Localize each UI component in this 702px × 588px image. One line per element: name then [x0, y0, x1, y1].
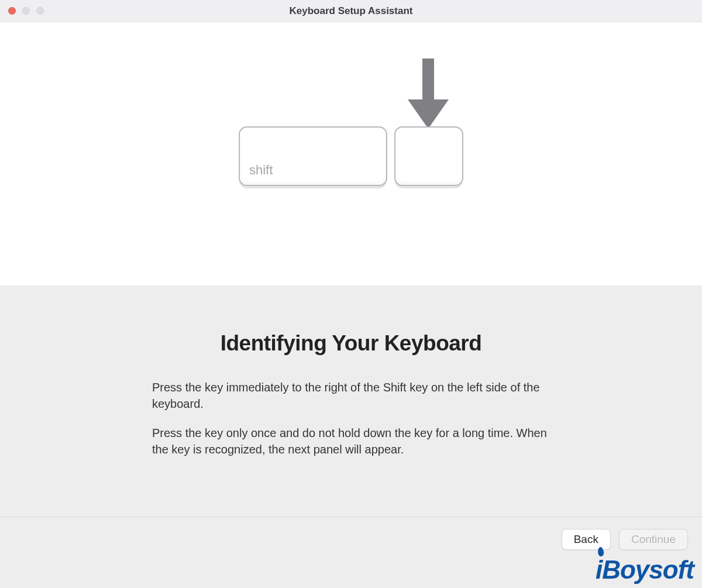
maximize-window-button — [36, 7, 44, 15]
page-heading: Identifying Your Keyboard — [152, 331, 550, 356]
instruction-paragraph-2: Press the key only once and do not hold … — [152, 425, 550, 458]
illustration-area: shift — [0, 22, 702, 286]
down-arrow-icon — [408, 59, 449, 129]
shift-key-label: shift — [249, 163, 273, 178]
keycaps-illustration: shift — [239, 126, 463, 186]
close-window-button[interactable] — [8, 7, 16, 15]
back-button[interactable]: Back — [562, 529, 611, 550]
titlebar: Keyboard Setup Assistant — [0, 0, 702, 22]
shift-keycap: shift — [239, 126, 387, 186]
footer-bar: Back Continue — [0, 517, 702, 588]
target-keycap — [394, 126, 463, 186]
minimize-window-button — [22, 7, 30, 15]
continue-button: Continue — [619, 529, 688, 550]
window-title: Keyboard Setup Assistant — [0, 5, 702, 17]
instruction-paragraph-1: Press the key immediately to the right o… — [152, 379, 550, 412]
traffic-lights — [8, 7, 44, 15]
